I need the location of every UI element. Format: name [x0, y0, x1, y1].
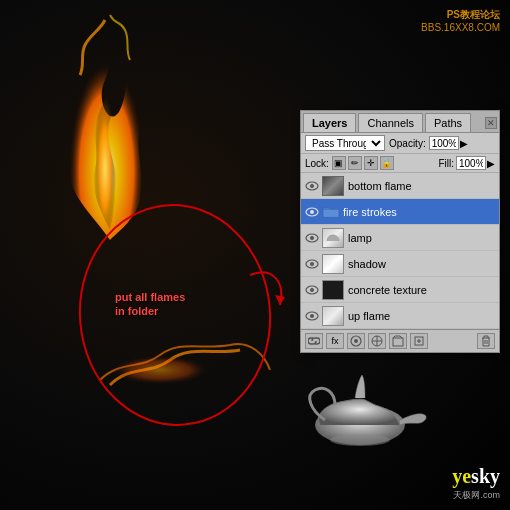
panel-bottom-toolbar: fx — [301, 329, 499, 352]
tab-layers[interactable]: Layers — [303, 113, 356, 132]
svg-rect-20 — [393, 338, 403, 346]
layer-name-bottom-flame: bottom flame — [348, 180, 412, 192]
panel-close-button[interactable]: ✕ — [485, 117, 497, 129]
layer-thumb-lamp — [322, 228, 344, 248]
lock-transparent-icon[interactable]: ▣ — [332, 156, 346, 170]
tab-channels[interactable]: Channels — [358, 113, 422, 132]
svg-point-8 — [310, 210, 314, 214]
svg-marker-2 — [275, 295, 285, 305]
layer-name-concrete-texture: concrete texture — [348, 284, 427, 296]
tab-paths[interactable]: Paths — [425, 113, 471, 132]
visibility-icon-shadow[interactable] — [304, 256, 320, 272]
layer-name-lamp: lamp — [348, 232, 372, 244]
layer-item-shadow[interactable]: shadow — [301, 251, 499, 277]
layer-name-shadow: shadow — [348, 258, 386, 270]
layer-thumb-bottom-flame — [322, 176, 344, 196]
layer-item-bottom-flame[interactable]: bottom flame — [301, 173, 499, 199]
layer-style-button[interactable]: fx — [326, 333, 344, 349]
lamp-svg — [290, 370, 430, 460]
yesky-brand: yesky — [452, 465, 500, 488]
layer-thumb-shadow — [322, 254, 344, 274]
fill-input[interactable] — [456, 156, 486, 170]
svg-point-12 — [310, 262, 314, 266]
lock-icons: ▣ ✏ ✛ 🔒 — [332, 156, 394, 170]
svg-point-18 — [354, 339, 358, 343]
layers-list: bottom flame fire strokes lamp — [301, 173, 499, 329]
svg-point-6 — [310, 184, 314, 188]
lock-paint-icon[interactable]: ✏ — [348, 156, 362, 170]
annotation-text: put all flames in folder — [115, 290, 185, 319]
opacity-input[interactable] — [429, 136, 459, 150]
ps-watermark: PS教程论坛 BBS.16XX8.COM — [421, 8, 500, 33]
blend-mode-row: Pass Through Normal Multiply Screen Opac… — [301, 133, 499, 154]
svg-point-4 — [330, 434, 390, 446]
svg-point-10 — [310, 236, 314, 240]
layer-thumb-up-flame — [322, 306, 344, 326]
lock-label: Lock: — [305, 158, 329, 169]
fill-label: Fill: — [438, 158, 454, 169]
lock-all-icon[interactable]: 🔒 — [380, 156, 394, 170]
layer-item-lamp[interactable]: lamp — [301, 225, 499, 251]
lock-row: Lock: ▣ ✏ ✛ 🔒 Fill: ▶ — [301, 154, 499, 173]
layer-name-fire-strokes: fire strokes — [343, 206, 397, 218]
visibility-icon-concrete-texture[interactable] — [304, 282, 320, 298]
layer-item-up-flame[interactable]: up flame — [301, 303, 499, 329]
yesky-sub: 天极网.com — [452, 489, 500, 502]
lock-move-icon[interactable]: ✛ — [364, 156, 378, 170]
ps-text-line2: BBS.16XX8.COM — [421, 22, 500, 33]
layer-item-fire-strokes[interactable]: fire strokes — [301, 199, 499, 225]
layer-thumb-concrete-texture — [322, 280, 344, 300]
yesky-brand-span: sky — [471, 465, 500, 487]
delete-layer-button[interactable] — [477, 333, 495, 349]
visibility-icon-fire-strokes[interactable] — [304, 204, 320, 220]
folder-icon-fire-strokes — [322, 205, 340, 219]
visibility-icon-up-flame[interactable] — [304, 308, 320, 324]
layer-item-concrete-texture[interactable]: concrete texture — [301, 277, 499, 303]
opacity-arrow: ▶ — [460, 138, 468, 149]
panel-tabs: Layers Channels Paths ✕ — [301, 111, 499, 133]
new-layer-button[interactable] — [410, 333, 428, 349]
adjustment-layer-button[interactable] — [368, 333, 386, 349]
visibility-icon-bottom-flame[interactable] — [304, 178, 320, 194]
svg-point-14 — [310, 288, 314, 292]
ps-text-line1: PS教程论坛 — [421, 8, 500, 22]
yesky-watermark: yesky 天极网.com — [452, 465, 500, 502]
link-layers-button[interactable] — [305, 333, 323, 349]
opacity-label: Opacity: — [389, 138, 426, 149]
fill-arrow: ▶ — [487, 158, 495, 169]
layers-panel: Layers Channels Paths ✕ Pass Through Nor… — [300, 110, 500, 353]
layer-name-up-flame: up flame — [348, 310, 390, 322]
svg-point-16 — [310, 314, 314, 318]
blend-mode-select[interactable]: Pass Through Normal Multiply Screen — [305, 135, 385, 151]
group-layers-button[interactable] — [389, 333, 407, 349]
visibility-icon-lamp[interactable] — [304, 230, 320, 246]
add-mask-button[interactable] — [347, 333, 365, 349]
